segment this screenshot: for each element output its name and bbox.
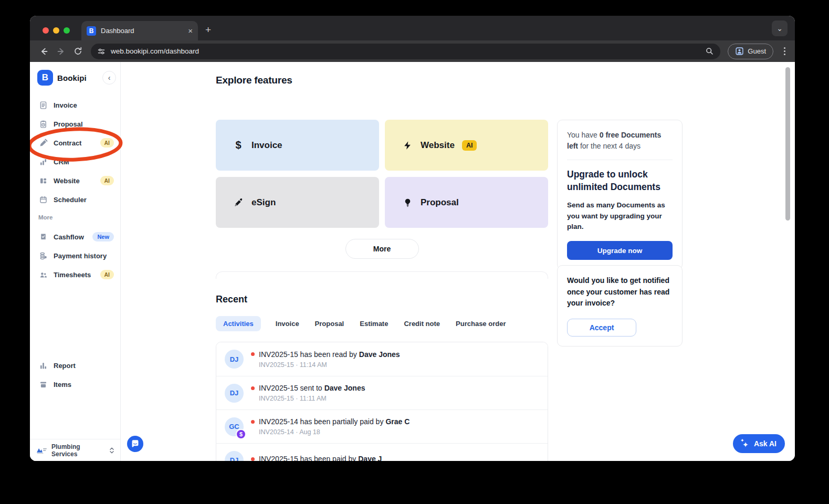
sidebar-item-payment-history[interactable]: Payment history xyxy=(30,246,120,265)
pen-icon xyxy=(233,197,244,207)
workspace-name: Plumbing Services xyxy=(51,443,105,458)
feature-card-label: Invoice xyxy=(251,140,282,151)
accept-button[interactable]: Accept xyxy=(567,319,636,337)
site-settings-icon[interactable] xyxy=(97,47,106,56)
page-scrollbar-thumb[interactable] xyxy=(785,67,790,220)
browser-menu-icon[interactable] xyxy=(782,45,788,57)
activity-row[interactable]: DJ INV2025-15 sent toDave Jones INV2025-… xyxy=(216,376,548,410)
sidebar-item-label: Cashflow xyxy=(54,233,84,241)
activity-actor: Grae C xyxy=(385,417,410,426)
sidebar-item-website[interactable]: Website AI xyxy=(30,171,120,190)
invoice-icon xyxy=(38,100,48,110)
tab-close-icon[interactable]: × xyxy=(188,27,193,35)
sidebar-collapse-button[interactable]: ‹ xyxy=(102,71,116,85)
sidebar-item-label: Contract xyxy=(54,139,81,147)
guest-profile-button[interactable]: Guest xyxy=(728,44,773,59)
tab-credit-note[interactable]: Credit note xyxy=(403,316,441,331)
activity-actor: Dave J xyxy=(358,455,382,461)
sidebar-item-label: Timesheets xyxy=(54,271,91,279)
browser-window: B Dashboard × + ⌄ web.bookipi.com/da xyxy=(30,16,795,461)
workspace-switcher[interactable]: Plumbing Services xyxy=(30,439,120,461)
recent-title: Recent xyxy=(216,294,247,305)
unread-dot xyxy=(251,352,255,356)
activity-meta: INV2025-14 · Aug 18 xyxy=(251,428,410,436)
avatar: DJ xyxy=(225,384,244,403)
notify-question: Would you like to get notified once your… xyxy=(567,275,673,309)
chat-bubble-icon xyxy=(131,439,140,448)
workspace-logo-icon xyxy=(36,446,48,454)
payment-history-icon xyxy=(38,251,48,260)
tab-activities[interactable]: Activities xyxy=(216,316,261,331)
feature-card-invoice[interactable]: $ Invoice xyxy=(216,120,379,171)
activity-text: INV2025-15 has been read by xyxy=(259,350,357,359)
activity-row[interactable]: DJ INV2025-15 has been read byDave Jones… xyxy=(216,342,548,376)
tab-title: Dashboard xyxy=(101,27,183,35)
maximize-window-button[interactable] xyxy=(64,27,70,34)
lightbulb-icon xyxy=(402,197,413,208)
tab-dashboard[interactable]: B Dashboard × xyxy=(81,21,198,40)
sidebar-item-report[interactable]: Report xyxy=(30,356,120,375)
tab-estimate[interactable]: Estimate xyxy=(359,316,389,331)
app-content: B Bookipi ‹ Invoice Proposal Co xyxy=(30,62,795,461)
explore-features-title: Explore features xyxy=(216,75,548,86)
feature-cards: $ Invoice Website AI eSign Proposal xyxy=(216,120,548,228)
tab-invoice[interactable]: Invoice xyxy=(275,316,300,331)
contract-icon xyxy=(38,138,48,148)
ai-badge: AI xyxy=(100,270,114,279)
avatar: DJ xyxy=(225,451,244,461)
forward-icon[interactable] xyxy=(54,45,68,58)
tab-strip: B Dashboard × + ⌄ xyxy=(30,16,795,40)
notify-card: Would you like to get notified once your… xyxy=(557,265,683,346)
tab-purchase-order[interactable]: Purchase order xyxy=(455,316,507,331)
more-features-button[interactable]: More xyxy=(345,239,419,259)
brand-name: Bookipi xyxy=(57,74,87,82)
sidebar-item-label: Scheduler xyxy=(54,196,87,204)
sidebar-item-cashflow[interactable]: Cashflow New xyxy=(30,227,120,246)
sidebar: B Bookipi ‹ Invoice Proposal Co xyxy=(30,62,121,461)
feature-card-esign[interactable]: eSign xyxy=(216,177,379,228)
new-tab-button[interactable]: + xyxy=(205,24,211,36)
tab-search-chevron-icon[interactable]: ⌄ xyxy=(772,20,788,36)
back-icon[interactable] xyxy=(37,45,51,58)
sidebar-item-scheduler[interactable]: Scheduler xyxy=(30,190,120,209)
upgrade-title: Upgrade to unlock unlimited Documents xyxy=(567,169,673,193)
activity-row-partial[interactable]: DJ INV2025-15 has been paid byDave J xyxy=(216,443,548,461)
sidebar-item-crm[interactable]: CRM xyxy=(30,152,120,171)
close-window-button[interactable] xyxy=(43,27,49,34)
feature-card-website[interactable]: Website AI xyxy=(385,120,548,171)
recent-tabs: Activities Invoice Proposal Estimate Cre… xyxy=(216,316,507,331)
avatar: GC$ xyxy=(225,417,244,436)
sidebar-tools-nav: Report Items xyxy=(30,356,120,394)
recent-card-top-edge xyxy=(216,271,548,279)
feature-card-proposal[interactable]: Proposal xyxy=(385,177,548,228)
activity-row[interactable]: GC$ INV2025-14 has been partially paid b… xyxy=(216,410,548,443)
sidebar-item-label: Payment history xyxy=(54,252,107,260)
ask-ai-button[interactable]: ✦ ✦ Ask AI xyxy=(733,434,785,453)
sidebar-more-nav: Cashflow New Payment history Timesheets … xyxy=(30,227,120,284)
activity-text: INV2025-15 has been paid by xyxy=(259,455,356,461)
sidebar-item-invoice[interactable]: Invoice xyxy=(30,96,120,114)
sidebar-item-contract[interactable]: Contract AI xyxy=(30,133,120,152)
upgrade-now-button[interactable]: Upgrade now xyxy=(567,241,673,260)
url-bar[interactable]: web.bookipi.com/dashboard xyxy=(91,44,720,59)
sidebar-more-label: More xyxy=(38,214,53,220)
proposal-icon xyxy=(38,119,48,129)
sidebar-item-items[interactable]: Items xyxy=(30,375,120,394)
tab-proposal[interactable]: Proposal xyxy=(314,316,345,331)
refresh-icon[interactable] xyxy=(71,45,85,58)
feature-card-label: Proposal xyxy=(421,197,459,208)
new-badge: New xyxy=(92,232,114,242)
sidebar-item-label: CRM xyxy=(54,158,69,166)
sidebar-item-proposal[interactable]: Proposal xyxy=(30,114,120,133)
activity-meta: INV2025-15 · 11:14 AM xyxy=(251,361,400,369)
chat-widget-button[interactable] xyxy=(127,436,143,452)
sidebar-item-timesheets[interactable]: Timesheets AI xyxy=(30,265,120,284)
url-text[interactable]: web.bookipi.com/dashboard xyxy=(111,47,700,55)
workspace-updown-icon xyxy=(109,447,115,454)
sidebar-item-label: Proposal xyxy=(54,120,83,128)
scheduler-icon xyxy=(38,195,48,204)
website-icon xyxy=(38,176,48,185)
search-icon[interactable] xyxy=(705,47,714,56)
minimize-window-button[interactable] xyxy=(53,27,59,34)
sidebar-item-label: Items xyxy=(54,381,71,388)
